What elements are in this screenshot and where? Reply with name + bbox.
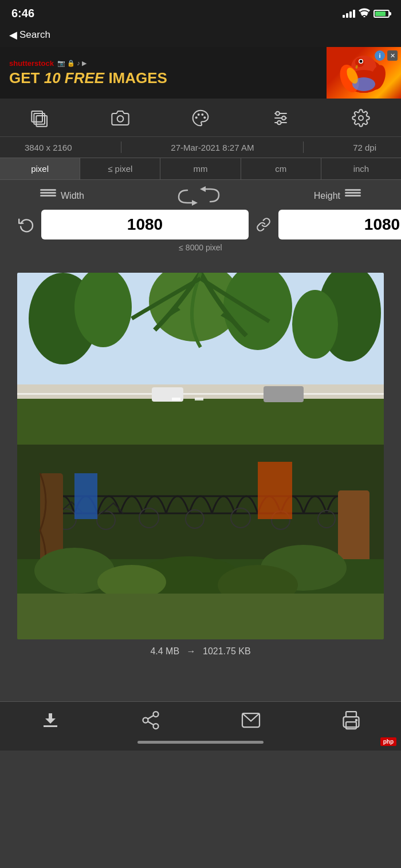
share-button[interactable]	[131, 710, 171, 730]
preview-area: 4.4 MB → 1021.75 KB	[0, 261, 401, 667]
svg-point-9	[360, 60, 363, 63]
svg-rect-68	[346, 712, 356, 717]
info-divider-2	[303, 142, 304, 153]
svg-point-22	[282, 116, 286, 120]
svg-rect-11	[34, 113, 45, 124]
height-menu-icon[interactable]	[345, 189, 361, 203]
width-label: Width	[61, 191, 84, 201]
tab-inch[interactable]: inch	[321, 158, 401, 179]
svg-rect-70	[346, 722, 356, 729]
ad-content: shutterstock 📷 🔒 ♪ ▶ GET 10 FREE IMAGES	[0, 53, 327, 92]
svg-rect-60	[172, 398, 180, 400]
ad-banner[interactable]: shutterstock 📷 🔒 ♪ ▶ GET 10 FREE IMAGES	[0, 47, 401, 99]
palette-button[interactable]	[183, 105, 218, 131]
tab-mm[interactable]: mm	[160, 158, 241, 179]
mail-button[interactable]	[231, 710, 271, 730]
dimension-controls: Width Height	[0, 180, 401, 261]
svg-point-71	[355, 719, 357, 722]
width-undo-button[interactable]	[11, 210, 41, 239]
tab-le-pixel[interactable]: ≤ pixel	[80, 158, 160, 179]
preview-image	[17, 273, 384, 639]
status-bar: 6:46	[0, 0, 401, 25]
size-arrow: →	[187, 646, 196, 656]
download-button[interactable]	[30, 710, 70, 730]
original-size: 4.4 MB	[150, 646, 179, 656]
svg-rect-59	[264, 386, 304, 402]
svg-rect-57	[258, 462, 292, 519]
svg-rect-61	[195, 398, 203, 400]
svg-marker-26	[200, 186, 206, 192]
ad-logo-text: shutterstock	[9, 59, 54, 68]
back-label: Search	[19, 29, 50, 41]
bottom-toolbar	[0, 701, 401, 736]
svg-point-64	[153, 724, 158, 729]
width-menu-icon[interactable]	[40, 189, 56, 203]
nav-bar: ◀ Search	[0, 25, 401, 47]
height-input[interactable]	[278, 210, 401, 239]
php-badge: php	[380, 737, 396, 746]
dim-constraint: ≤ 8000 pixel	[11, 243, 390, 252]
spacer	[0, 667, 401, 701]
ad-logo: shutterstock 📷 🔒 ♪ ▶	[9, 59, 317, 68]
svg-rect-10	[32, 111, 42, 122]
image-dpi: 72 dpi	[353, 143, 376, 152]
width-input[interactable]	[41, 210, 249, 239]
main-toolbar	[0, 99, 401, 137]
adjust-button[interactable]	[264, 105, 298, 131]
signal-icon	[343, 10, 355, 18]
home-bar	[137, 741, 264, 744]
image-info-bar: 3840 x 2160 27-Mar-2021 8:27 AM 72 dpi	[0, 137, 401, 158]
wifi-icon	[359, 8, 370, 19]
height-label: Height	[314, 191, 340, 201]
status-time: 6:46	[11, 7, 34, 20]
svg-line-66	[147, 716, 153, 719]
image-dimensions: 3840 x 2160	[25, 143, 72, 152]
print-button[interactable]	[331, 710, 371, 730]
svg-point-24	[359, 116, 363, 120]
svg-rect-12	[36, 116, 47, 127]
svg-point-16	[201, 113, 203, 116]
back-arrow-icon: ◀	[9, 29, 17, 41]
svg-rect-35	[17, 393, 384, 395]
battery-icon	[374, 10, 390, 18]
ad-logo-icons: 📷 🔒 ♪ ▶	[57, 60, 87, 67]
gallery-button[interactable]	[23, 105, 57, 131]
ad-headline: GET 10 FREE IMAGES	[9, 70, 317, 87]
svg-rect-55	[17, 594, 384, 639]
info-divider-1	[121, 142, 121, 153]
link-dimensions-button[interactable]	[249, 210, 278, 239]
ad-info-button[interactable]: i	[375, 50, 385, 61]
tab-pixel[interactable]: pixel	[0, 158, 80, 179]
dim-inputs-row	[11, 210, 390, 239]
ad-close-button[interactable]: ✕	[387, 50, 398, 61]
svg-marker-25	[192, 200, 198, 206]
back-button[interactable]: ◀ Search	[9, 29, 50, 41]
svg-line-65	[147, 721, 153, 725]
svg-point-23	[277, 121, 281, 125]
unit-tabs: pixel ≤ pixel mm cm inch	[0, 158, 401, 180]
svg-point-63	[143, 718, 148, 723]
compressed-size: 1021.75 KB	[203, 646, 251, 656]
status-icons	[343, 8, 390, 19]
svg-point-21	[276, 112, 280, 116]
swap-arrows-icon	[170, 186, 227, 206]
svg-point-14	[195, 116, 198, 119]
settings-button[interactable]	[344, 105, 378, 131]
camera-button[interactable]	[103, 105, 137, 131]
svg-rect-56	[74, 473, 97, 519]
svg-point-15	[198, 113, 200, 116]
image-date: 27-Mar-2021 8:27 AM	[171, 143, 254, 152]
home-indicator: php	[0, 736, 401, 751]
file-size-info: 4.4 MB → 1021.75 KB	[150, 639, 250, 661]
tab-cm[interactable]: cm	[241, 158, 321, 179]
svg-point-31	[292, 290, 338, 359]
svg-point-17	[203, 116, 206, 119]
svg-point-62	[153, 712, 158, 717]
svg-point-13	[117, 116, 124, 122]
